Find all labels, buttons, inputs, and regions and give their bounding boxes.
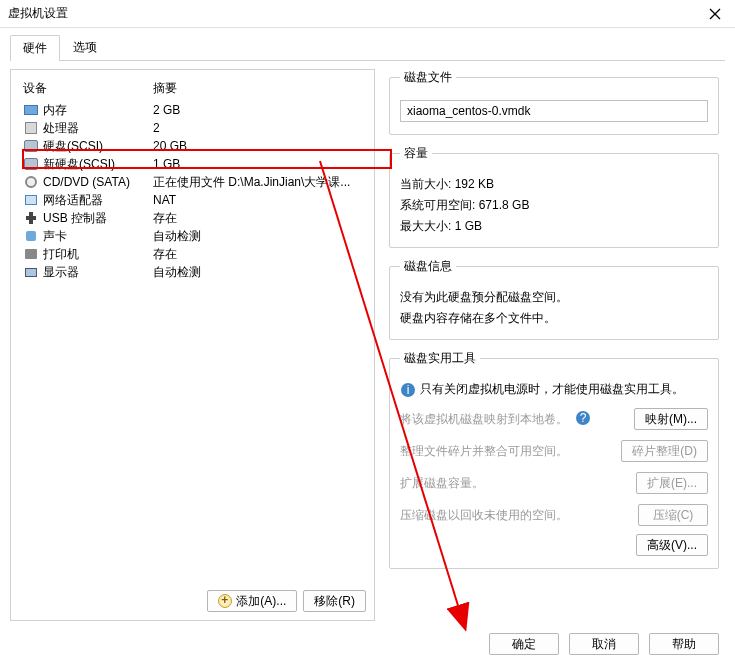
- device-name: 硬盘(SCSI): [43, 138, 153, 155]
- max-size-value: 1 GB: [455, 219, 482, 233]
- add-button-label: 添加(A)...: [236, 593, 286, 610]
- legend-disk-info: 磁盘信息: [400, 258, 456, 275]
- column-device: 设备: [23, 80, 153, 97]
- tab-hardware[interactable]: 硬件: [10, 35, 60, 61]
- current-size-value: 192 KB: [455, 177, 494, 191]
- device-detail-pane: 磁盘文件 xiaoma_centos-0.vmdk 容量 当前大小: 192 K…: [375, 69, 725, 621]
- usb-icon: [23, 210, 39, 226]
- group-tools: 磁盘实用工具 i 只有关闭虚拟机电源时，才能使用磁盘实用工具。 将该虚拟机磁盘映…: [389, 350, 719, 569]
- compact-desc: 压缩磁盘以回收未使用的空间。: [400, 507, 638, 524]
- device-summary: 正在使用文件 D:\Ma.JinJian\大学课...: [153, 174, 362, 191]
- map-button[interactable]: 映射(M)...: [634, 408, 708, 430]
- device-row[interactable]: USB 控制器存在: [15, 209, 370, 227]
- device-name: 处理器: [43, 120, 153, 137]
- device-row[interactable]: 硬盘(SCSI)20 GB: [15, 137, 370, 155]
- compact-button[interactable]: 压缩(C): [638, 504, 708, 526]
- net-icon: [23, 192, 39, 208]
- chip-icon: [23, 102, 39, 118]
- cd-icon: [23, 174, 39, 190]
- device-name: 内存: [43, 102, 153, 119]
- device-summary: 20 GB: [153, 139, 362, 153]
- svg-text:i: i: [407, 383, 410, 397]
- legend-tools: 磁盘实用工具: [400, 350, 480, 367]
- legend-disk-file: 磁盘文件: [400, 69, 456, 86]
- device-summary: 2 GB: [153, 103, 362, 117]
- ok-button[interactable]: 确定: [489, 633, 559, 655]
- device-summary: NAT: [153, 193, 362, 207]
- expand-desc: 扩展磁盘容量。: [400, 475, 636, 492]
- defrag-desc: 整理文件碎片并整合可用空间。: [400, 443, 621, 460]
- window-title: 虚拟机设置: [8, 5, 68, 22]
- disk-icon: [23, 138, 39, 154]
- disk-icon: [23, 156, 39, 172]
- device-name: CD/DVD (SATA): [43, 175, 153, 189]
- printer-icon: [23, 246, 39, 262]
- group-disk-info: 磁盘信息 没有为此硬盘预分配磁盘空间。 硬盘内容存储在多个文件中。: [389, 258, 719, 340]
- device-list-header: 设备 摘要: [15, 76, 370, 101]
- map-desc: 将该虚拟机磁盘映射到本地卷。 ?: [400, 410, 634, 428]
- group-disk-file: 磁盘文件 xiaoma_centos-0.vmdk: [389, 69, 719, 135]
- device-name: USB 控制器: [43, 210, 153, 227]
- plus-icon: [218, 594, 232, 608]
- device-row[interactable]: 内存2 GB: [15, 101, 370, 119]
- device-summary: 2: [153, 121, 362, 135]
- monitor-icon: [23, 264, 39, 280]
- device-summary: 存在: [153, 210, 362, 227]
- device-summary: 自动检测: [153, 264, 362, 281]
- device-name: 新硬盘(SCSI): [43, 156, 153, 173]
- device-row[interactable]: 处理器2: [15, 119, 370, 137]
- expand-button[interactable]: 扩展(E)...: [636, 472, 708, 494]
- device-name: 声卡: [43, 228, 153, 245]
- help-icon[interactable]: ?: [575, 410, 591, 426]
- add-button[interactable]: 添加(A)...: [207, 590, 297, 612]
- disk-info-line2: 硬盘内容存储在多个文件中。: [400, 310, 708, 327]
- device-summary: 1 GB: [153, 157, 362, 171]
- device-row[interactable]: 显示器自动检测: [15, 263, 370, 281]
- column-summary: 摘要: [153, 80, 362, 97]
- advanced-button[interactable]: 高级(V)...: [636, 534, 708, 556]
- device-row[interactable]: 打印机存在: [15, 245, 370, 263]
- disk-info-line1: 没有为此硬盘预分配磁盘空间。: [400, 289, 708, 306]
- svg-text:?: ?: [580, 411, 587, 425]
- legend-capacity: 容量: [400, 145, 432, 162]
- free-space-label: 系统可用空间:: [400, 197, 475, 214]
- close-icon: [709, 8, 721, 20]
- cancel-button[interactable]: 取消: [569, 633, 639, 655]
- remove-button[interactable]: 移除(R): [303, 590, 366, 612]
- free-space-value: 671.8 GB: [479, 198, 530, 212]
- device-name: 显示器: [43, 264, 153, 281]
- info-icon: i: [400, 382, 416, 398]
- tab-strip: 硬件 选项: [10, 34, 725, 61]
- group-capacity: 容量 当前大小: 192 KB 系统可用空间: 671.8 GB 最大大小: 1…: [389, 145, 719, 248]
- device-list-pane: 设备 摘要 内存2 GB处理器2硬盘(SCSI)20 GB新硬盘(SCSI)1 …: [10, 69, 375, 621]
- device-summary: 存在: [153, 246, 362, 263]
- device-summary: 自动检测: [153, 228, 362, 245]
- device-row[interactable]: 新硬盘(SCSI)1 GB: [15, 155, 370, 173]
- device-name: 网络适配器: [43, 192, 153, 209]
- current-size-label: 当前大小:: [400, 176, 451, 193]
- max-size-label: 最大大小:: [400, 218, 451, 235]
- sound-icon: [23, 228, 39, 244]
- close-button[interactable]: [703, 2, 727, 26]
- device-row[interactable]: 网络适配器NAT: [15, 191, 370, 209]
- device-row[interactable]: CD/DVD (SATA)正在使用文件 D:\Ma.JinJian\大学课...: [15, 173, 370, 191]
- device-name: 打印机: [43, 246, 153, 263]
- disk-file-field[interactable]: xiaoma_centos-0.vmdk: [400, 100, 708, 122]
- defrag-button[interactable]: 碎片整理(D): [621, 440, 708, 462]
- tab-options[interactable]: 选项: [60, 34, 110, 60]
- tools-notice: 只有关闭虚拟机电源时，才能使用磁盘实用工具。: [420, 381, 684, 398]
- help-button[interactable]: 帮助: [649, 633, 719, 655]
- device-row[interactable]: 声卡自动检测: [15, 227, 370, 245]
- cpu-icon: [23, 120, 39, 136]
